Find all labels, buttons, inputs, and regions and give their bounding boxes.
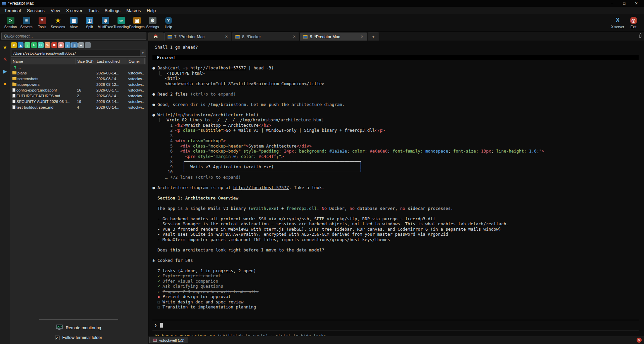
macros-plane-icon[interactable]: ▶ [2,68,8,75]
file-row[interactable]: screenshots2026-03-14...vstockw... [11,76,146,81]
terminal-prompt[interactable]: ❯ [152,320,639,331]
toolbar-tunneling-button[interactable]: ∞Tunneling [113,14,129,31]
bottom-close-icon[interactable]: ✕ [637,338,642,343]
toolbar-help-button[interactable]: ?Help [160,14,176,31]
bottom-session-tab[interactable]: vstockwell (x3) [149,337,188,343]
main-toolbar: >Session≡Servers*Tools★Sessions▦View◫Spl… [0,14,644,32]
tab-close-icon[interactable]: ✕ [225,35,228,39]
menu-help[interactable]: Help [144,7,159,14]
toolbar-split-button[interactable]: ◫Split [82,14,97,31]
file-row[interactable]: test-buildout-spec.md42026-03-14...vstoc… [11,104,146,110]
tab-9-predator-mac[interactable]: 9. *Predator Mac✕ [300,33,367,41]
paperclip-icon[interactable] [638,33,642,40]
file-owner: vstockw... [127,100,144,104]
toolbar-x-server-button[interactable]: XX server [610,14,626,31]
toolbar-label: Help [165,25,172,29]
maximize-button[interactable]: □ [618,0,630,7]
file-row[interactable]: SECURITY-AUDIT-2026-03-1...192026-03-14.… [11,99,146,104]
menu-tools[interactable]: Tools [85,7,101,14]
menu-view[interactable]: View [48,7,63,14]
file-owner: vstockw... [127,77,144,81]
file-modified: 2026-03-14... [95,71,127,75]
terminal-line: 5 <div class="mockup-header">System Arch… [152,144,639,149]
clean-icon[interactable]: ◆ [58,42,64,48]
terminal-line: ● Write(/tmp/brainstorm/architecture.htm… [152,112,639,118]
sftp-ball-icon[interactable]: ● [2,80,8,87]
column-header-size-kb[interactable]: Size (KB) [76,58,95,64]
toolbar-multiexec-button[interactable]: ψMultiExec [97,14,113,31]
file-row[interactable]: superpowers2026-03-12...vstockw... [11,81,146,87]
file-name: .. [18,65,20,69]
go-up-icon[interactable]: ↑ [25,42,30,48]
exit-icon: ◎ [630,17,637,24]
terminal-line [152,200,639,206]
refresh-icon[interactable]: ↻ [31,42,37,48]
menu-terminal[interactable]: Terminal [1,7,24,14]
path-input[interactable]: /Users/vstockwell/repos/wraith/docs/ [11,50,140,57]
toolbar-view-button[interactable]: ▦View [66,14,82,31]
file-table-header: NameSize (KB)Last modifiedOwner [11,58,146,64]
toolbar-packages-button[interactable]: ▣Packages [129,14,145,31]
terminal-tab-icon [303,35,308,39]
sessions-star-icon[interactable]: ★ [2,44,8,51]
terminal-line [152,211,639,216]
close-button[interactable]: ✕ [630,0,642,7]
quick-connect-input[interactable] [1,33,146,40]
menu-sessions[interactable]: Sessions [24,7,48,14]
toolbar-session-button[interactable]: >Session [3,14,18,31]
follow-folder-checkbox[interactable]: ✓ [55,336,59,340]
tab-7-predator-mac[interactable]: 7. *Predator Mac✕ [164,33,231,41]
menu-settings[interactable]: Settings [102,7,124,14]
blank-icon[interactable] [85,42,91,48]
home-tab[interactable] [148,33,164,41]
file-row[interactable]: plans2026-03-14...vstockw... [11,70,146,76]
toolbar-tools-button[interactable]: *Tools [34,14,50,31]
tab-8-docker[interactable]: 8. *Docker✕ [232,33,299,41]
download-folder-icon[interactable]: ▼ [11,42,17,48]
file-modified: 2026-03-17... [95,88,127,92]
follow-terminal-folder-toggle[interactable]: ✓ Follow terminal folder [55,335,102,340]
mail-icon[interactable]: ✉ [38,42,44,48]
toolbar-right: XX server◎Exit [610,14,641,31]
terminal-line: Section 1: Architecture Overview [152,195,639,201]
column-header-name[interactable]: Name [11,58,76,64]
terminal-line: ✓ Ask clarifying questions [152,284,639,289]
remote-monitoring-button[interactable]: Remote monitoring [56,325,101,331]
terminal-line: - Session Manager is the central abstrac… [152,221,639,227]
terminal-status-line: ⏵⏵ bypass permissions on (shift+tab to c… [152,331,639,336]
terminal-line: ✓ Propose 2-3 approaches with trade-offs [152,289,639,294]
terminal-line: - MobaXTerm importer parses .mobaconf IN… [152,237,639,242]
toolbar-servers-button[interactable]: ≡Servers [18,14,34,31]
upload-icon[interactable]: ▲ [18,42,24,48]
file-owner: vstockw... [127,71,144,75]
file-row[interactable]: ↰.. [11,64,146,70]
toolbar-exit-button[interactable]: ◎Exit [626,14,641,31]
terminal[interactable]: Shall I go ahead? Proceed ● Bash(curl -s… [148,41,644,336]
menu-macros[interactable]: Macros [124,7,144,14]
tools-claw-icon[interactable]: ✳ [2,56,8,63]
menu-x-server[interactable]: X server [63,7,85,14]
pin-icon[interactable]: + [78,42,84,48]
file-row[interactable]: FUTURE-FEATURES.md22026-03-14...vstockw.… [11,93,146,99]
split-view-icon[interactable]: ◫ [72,42,77,48]
file-table: NameSize (KB)Last modifiedOwner ↰..plans… [11,58,146,110]
column-header-owner[interactable]: Owner [127,58,145,64]
terminal-line: … +72 lines (ctrl+o to expand) [152,175,639,180]
tab-close-icon[interactable]: ✕ [293,35,296,39]
file-row[interactable]: config-export.mobaconf162026-03-17...vst… [11,87,146,93]
remote-monitor-icon [56,325,63,331]
toolbar-settings-button[interactable]: ⚙Settings [145,14,160,31]
tab-close-icon[interactable]: ✕ [361,35,364,39]
minimize-button[interactable]: – [606,0,618,7]
column-header-last-modified[interactable]: Last modified [95,58,127,64]
menu-bar: TerminalSessionsViewX serverToolsSetting… [0,7,644,14]
xserver-icon: X [614,17,622,24]
edit-icon[interactable]: ✎ [45,42,50,48]
file-size: 16 [76,88,95,92]
window-title: *Predator Mac [8,1,34,6]
new-tab-button[interactable]: + [368,33,379,41]
delete-icon[interactable]: ✖ [51,42,57,48]
toolbar-sessions-button[interactable]: ★Sessions [50,14,66,31]
path-dropdown-caret[interactable]: ▼ [140,50,146,57]
pen-icon[interactable]: / [65,42,71,48]
